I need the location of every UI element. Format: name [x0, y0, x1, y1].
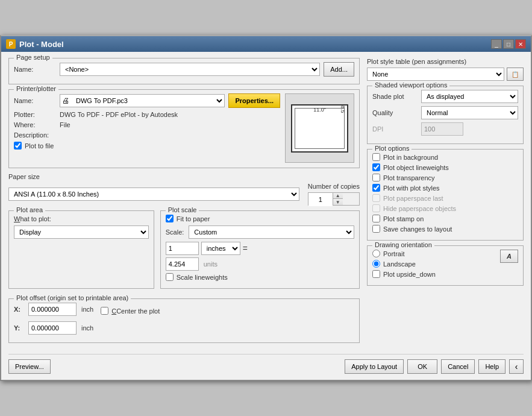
plot-area-label: Plot area — [14, 206, 45, 213]
dialog-content: Page setup Name: <None> Add... Printer/p… — [1, 52, 531, 380]
x-input[interactable] — [28, 303, 77, 316]
printer-info-row: Name: 🖨 DWG To PDF.pc3 Properties... — [14, 93, 354, 163]
y-input[interactable] — [28, 321, 77, 335]
title-bar-left: P Plot - Model — [6, 39, 64, 49]
printer-name-select[interactable]: DWG To PDF.pc3 — [60, 94, 225, 107]
properties-button[interactable]: Properties... — [228, 93, 280, 108]
portrait-label: Portrait — [383, 250, 404, 257]
what-to-plot-label-rest: hat to plot: — [20, 215, 51, 222]
scale-input[interactable] — [166, 242, 199, 255]
plot-with-styles-label: Plot with plot styles — [383, 184, 440, 192]
dpi-input — [421, 122, 463, 136]
plot-stamp-row: Plot stamp on — [372, 215, 518, 222]
paper-preview: 11.0" 8.5 — [285, 93, 354, 163]
window-title: Plot - Model — [19, 40, 64, 49]
printer-name-label: Name: — [14, 97, 56, 104]
upside-down-row: Plot upside_down — [372, 270, 495, 278]
plot-in-background-row: Plot in background — [372, 153, 518, 161]
quality-select[interactable]: Normal — [421, 106, 518, 119]
x-unit: inch — [81, 306, 93, 313]
x-offset-row: X: inch — [14, 303, 93, 316]
plot-object-lineweights-checkbox[interactable] — [372, 163, 380, 171]
center-plot-checkbox[interactable] — [101, 307, 108, 315]
title-controls: _ □ ✕ — [491, 39, 526, 49]
plot-object-lineweights-row: Plot object lineweights — [372, 163, 518, 171]
where-value: File — [60, 121, 70, 128]
upside-down-checkbox[interactable] — [372, 270, 380, 278]
bottom-right-buttons: Apply to Layout OK Cancel Help ‹ — [345, 359, 524, 374]
add-button[interactable]: Add... — [324, 62, 354, 77]
plot-transparency-row: Plot transparency — [372, 174, 518, 181]
cancel-button[interactable]: Cancel — [441, 359, 475, 374]
plot-stamp-checkbox[interactable] — [372, 215, 380, 222]
landscape-radio[interactable] — [372, 260, 380, 268]
page-setup-group: Page setup Name: <None> Add... — [8, 58, 360, 84]
plot-with-styles-checkbox[interactable] — [372, 184, 380, 192]
copies-up[interactable]: ▲ — [333, 193, 343, 199]
preview-dim-horizontal: 11.0" — [292, 107, 347, 113]
plot-to-file-label: Plot to file — [25, 142, 54, 150]
quality-label: Quality — [372, 109, 418, 116]
drawing-orientation-label: Drawing orientation — [372, 241, 434, 248]
orientation-options: Portrait Landscape Plot upside_down — [372, 250, 495, 280]
landscape-row: Landscape — [372, 260, 495, 268]
maximize-button[interactable]: □ — [503, 39, 514, 49]
fit-to-paper-checkbox[interactable] — [166, 215, 174, 222]
plot-to-file-checkbox[interactable] — [14, 142, 22, 150]
window-icon: P — [6, 39, 16, 49]
plot-style-table-section: Plot style table (pen assignments) None … — [367, 58, 524, 81]
plot-style-table-row: None 📋 — [367, 68, 524, 81]
scale-lineweights-row: Scale lineweights — [166, 273, 354, 281]
ok-button[interactable]: OK — [407, 359, 437, 374]
close-button[interactable]: ✕ — [515, 39, 526, 49]
center-plot-row: CCenter the plot — [101, 307, 160, 315]
help-button[interactable]: Help — [478, 359, 505, 374]
what-to-plot-select[interactable]: Display — [14, 225, 149, 239]
expand-button[interactable]: ‹ — [509, 359, 524, 374]
left-column: Page setup Name: <None> Add... Printer/p… — [8, 58, 360, 348]
minimize-button[interactable]: _ — [491, 39, 502, 49]
where-row: Where: File — [14, 121, 280, 128]
equals-sign: = — [243, 244, 248, 253]
scale-unit-select[interactable]: inches mm — [201, 242, 240, 255]
copies-section: Number of copies ▲ ▼ — [308, 183, 360, 206]
apply-to-layout-button[interactable]: Apply to Layout — [345, 359, 404, 374]
dpi-row: DPI — [372, 122, 518, 136]
main-layout: Page setup Name: <None> Add... Printer/p… — [8, 58, 524, 348]
plot-transparency-checkbox[interactable] — [372, 174, 380, 181]
plot-transparency-label: Plot transparency — [383, 174, 435, 181]
portrait-radio[interactable] — [372, 250, 380, 257]
save-changes-checkbox[interactable] — [372, 225, 380, 233]
printer-name-row: Name: 🖨 DWG To PDF.pc3 Properties... — [14, 93, 280, 108]
landscape-label: Landscape — [383, 260, 416, 268]
page-setup-name-select[interactable]: <None> — [60, 63, 320, 76]
scale-lineweights-checkbox[interactable] — [166, 273, 174, 281]
plotter-label: Plotter: — [14, 111, 56, 118]
plot-in-background-checkbox[interactable] — [372, 153, 380, 161]
shade-plot-select[interactable]: As displayed — [421, 90, 518, 103]
paper-size-select[interactable]: ANSI A (11.00 x 8.50 Inches) — [8, 188, 299, 201]
center-plot-label: CCenter the plot — [111, 307, 160, 315]
dpi-label: DPI — [372, 125, 418, 133]
save-changes-row: Save changes to layout — [372, 225, 518, 233]
scale-select-row: Scale: Custom — [166, 225, 354, 239]
copies-input[interactable] — [308, 193, 333, 206]
plot-with-styles-row: Plot with plot styles — [372, 184, 518, 192]
plot-paperspace-last-row: Plot paperspace last — [372, 194, 518, 202]
preview-dim-vertical: 8.5 — [340, 106, 346, 151]
pen-assignments-button[interactable]: 📋 — [507, 68, 524, 81]
printer-select-wrap: 🖨 DWG To PDF.pc3 — [60, 94, 225, 107]
units-input[interactable] — [166, 257, 199, 271]
what-to-plot-label: W — [14, 215, 20, 222]
plot-style-table-select[interactable]: None — [367, 68, 504, 81]
plot-options-group: Plot options Plot in background Plot obj… — [367, 149, 524, 241]
printer-plotter-label: Printer/plotter — [14, 85, 58, 92]
preview-button[interactable]: Preview... — [8, 359, 51, 374]
y-label: Y: — [14, 324, 23, 332]
paper-size-label: Paper size — [8, 173, 360, 180]
scale-lineweights-label: Scale lineweights — [177, 274, 228, 281]
scale-select[interactable]: Custom — [189, 225, 354, 239]
plotter-row: Plotter: DWG To PDF - PDF ePlot - by Aut… — [14, 111, 280, 118]
plot-to-file-row: Plot to file — [14, 142, 280, 150]
copies-down[interactable]: ▼ — [333, 199, 343, 205]
